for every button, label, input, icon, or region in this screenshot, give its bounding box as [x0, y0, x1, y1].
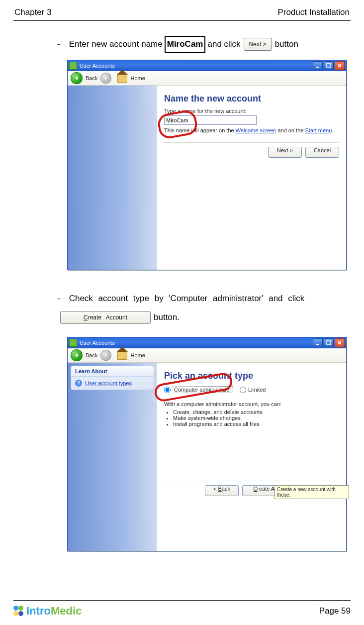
sidebar: Learn About ? User account types — [68, 363, 157, 551]
create-account-button-inline: Create Account — [60, 311, 151, 324]
svg-rect-5 — [327, 341, 331, 344]
start-menu-link[interactable]: Start menu — [305, 127, 332, 133]
step1-text-suffix: button — [275, 37, 298, 52]
radio-limited-label: Limited — [248, 387, 266, 393]
home-icon[interactable] — [117, 351, 127, 360]
logo-icon — [13, 606, 24, 617]
content-heading: Name the new account — [164, 94, 339, 104]
screenshot-pick-type: User Accounts Back Home — [67, 337, 347, 551]
home-label[interactable]: Home — [130, 352, 145, 358]
minimize-button[interactable] — [313, 338, 323, 347]
step1-text-mid: and click — [207, 37, 240, 52]
radio-limited[interactable]: Limited — [240, 387, 266, 393]
back-button[interactable]: < Back — [205, 485, 239, 496]
account-description: With a computer administrator account, y… — [164, 401, 339, 427]
radio-admin[interactable]: Computer administrator — [164, 386, 233, 393]
bullet-dash: - — [57, 289, 60, 308]
learn-about-card: Learn About ? User account types — [71, 366, 154, 390]
content-heading: Pick an account type — [164, 371, 339, 381]
bullet-item: Make system-wide changes — [173, 415, 339, 421]
bullet-item: Create, change, and delete accounts — [173, 409, 339, 415]
instruction-step-1: - Enter new account name MiroCam and cli… — [57, 36, 351, 53]
account-name-boxed: MiroCam — [165, 36, 206, 53]
field-label: Type a name for the new account: — [164, 108, 339, 114]
cancel-button[interactable]: Cancel — [305, 147, 339, 158]
app-icon — [69, 339, 77, 347]
maximize-button[interactable] — [324, 61, 334, 70]
toolbar: Back Home — [68, 71, 346, 86]
window-title: User Accounts — [80, 340, 115, 346]
step2-suffix: button. — [154, 308, 180, 327]
bullet-dash: - — [57, 37, 60, 52]
tooltip: Create a new account with those. — [274, 485, 349, 499]
sidebar — [68, 86, 157, 270]
close-button[interactable] — [335, 61, 345, 70]
window-titlebar: User Accounts — [68, 337, 346, 348]
page-number: Page 59 — [319, 606, 351, 616]
next-button[interactable]: Next > — [268, 147, 302, 158]
back-icon[interactable] — [71, 72, 83, 84]
back-icon[interactable] — [71, 349, 83, 361]
page-footer: IntroMedic Page 59 — [13, 599, 351, 618]
back-label[interactable]: Back — [86, 352, 97, 358]
welcome-screen-link[interactable]: Welcome screen — [236, 127, 276, 133]
home-label[interactable]: Home — [130, 75, 145, 81]
bullet-item: Install programs and access all files — [173, 421, 339, 427]
svg-rect-4 — [316, 344, 319, 345]
instruction-step-2: - Check account type by 'Computer admini… — [57, 289, 351, 327]
step1-text-prefix: Enter new account name — [69, 37, 163, 52]
close-button[interactable] — [335, 338, 345, 347]
maximize-button[interactable] — [324, 338, 334, 347]
chapter-label: Chapter 3 — [14, 7, 52, 17]
window-titlebar: User Accounts — [68, 60, 346, 71]
radio-admin-label: Computer administrator — [173, 386, 233, 393]
window-title: User Accounts — [80, 63, 115, 69]
section-label: Product Installation — [277, 7, 350, 17]
svg-rect-1 — [327, 64, 331, 67]
user-account-types-link[interactable]: User account types — [85, 380, 132, 386]
toolbar: Back Home — [68, 348, 346, 363]
footer-logo: IntroMedic — [13, 605, 82, 618]
forward-icon — [100, 73, 111, 84]
app-icon — [69, 62, 77, 70]
next-button-inline: Next > — [244, 38, 272, 51]
radio-limited-input[interactable] — [240, 387, 246, 393]
minimize-button[interactable] — [313, 61, 323, 70]
home-icon[interactable] — [117, 74, 127, 83]
screenshot-name-account: User Accounts Back Home — [67, 60, 347, 270]
help-icon: ? — [75, 380, 82, 387]
back-label[interactable]: Back — [86, 75, 97, 81]
hint-text: This name will appear on the Welcome scr… — [164, 127, 339, 133]
step2-text: Check account type by 'Computer administ… — [69, 289, 305, 308]
radio-admin-input[interactable] — [164, 387, 171, 393]
forward-icon — [100, 350, 111, 361]
account-name-input[interactable] — [164, 115, 257, 125]
learn-about-heading: Learn About — [71, 366, 154, 377]
svg-rect-0 — [316, 67, 319, 68]
